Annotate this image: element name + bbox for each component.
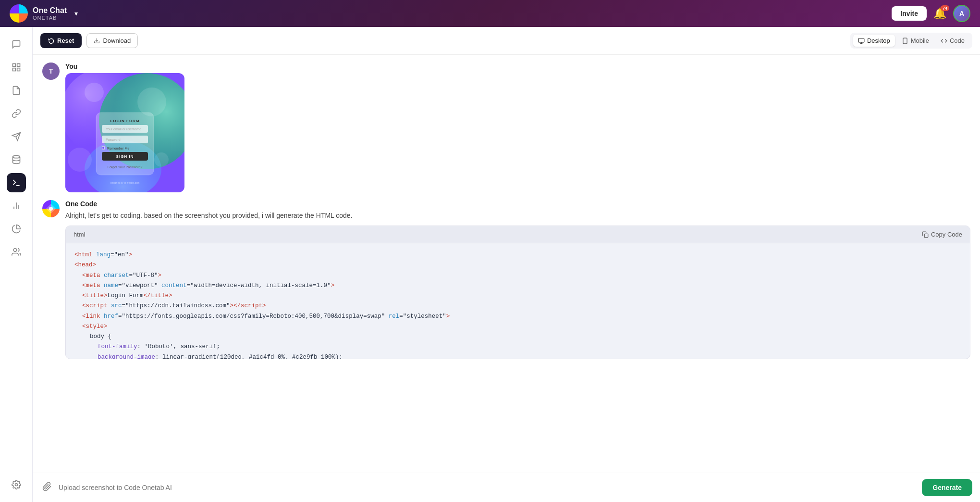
view-toggle: Desktop Mobile Code bbox=[850, 33, 972, 49]
svg-point-21 bbox=[85, 83, 104, 102]
sidebar-item-settings[interactable] bbox=[7, 475, 26, 494]
svg-text:designed by @ freepik.com: designed by @ freepik.com bbox=[110, 181, 140, 184]
view-desktop-button[interactable]: Desktop bbox=[853, 35, 895, 47]
view-toggle-group: Desktop Mobile Code bbox=[850, 33, 972, 49]
svg-rect-0 bbox=[12, 64, 15, 67]
ai-message-avatar bbox=[42, 200, 60, 217]
notif-badge: 74 bbox=[941, 5, 949, 11]
generate-button[interactable]: Generate bbox=[922, 479, 972, 496]
view-code-button[interactable]: Code bbox=[936, 35, 969, 47]
attach-button[interactable] bbox=[40, 480, 54, 496]
sidebar-item-terminal[interactable] bbox=[7, 173, 26, 192]
invite-button[interactable]: Invite bbox=[892, 6, 927, 21]
svg-text:Your email or username: Your email or username bbox=[106, 127, 141, 131]
sidebar-item-database[interactable] bbox=[7, 150, 26, 169]
download-button[interactable]: Download bbox=[86, 33, 138, 48]
code-header: html Copy Code bbox=[66, 226, 970, 243]
app-sub: ONETAB bbox=[33, 15, 67, 21]
user-message-name: You bbox=[65, 63, 184, 70]
code-body: <html lang="en"> <head> <meta charset="U… bbox=[66, 243, 970, 359]
svg-rect-40 bbox=[924, 234, 928, 238]
copy-code-button[interactable]: Copy Code bbox=[922, 231, 962, 238]
svg-rect-1 bbox=[17, 64, 20, 67]
login-form-preview: LOGIN FORM Your email or username Passwo… bbox=[65, 73, 184, 192]
svg-rect-3 bbox=[17, 68, 20, 71]
svg-point-22 bbox=[137, 88, 166, 116]
code-lang-label: html bbox=[74, 231, 86, 238]
logo-icon bbox=[10, 4, 28, 23]
svg-text:Password: Password bbox=[106, 138, 121, 141]
header-right: Invite 🔔 74 A bbox=[892, 5, 970, 22]
user-message: T You bbox=[42, 63, 970, 192]
ai-message-content: One Code Alright, let's get to coding. b… bbox=[65, 200, 970, 359]
user-message-avatar: T bbox=[42, 63, 60, 80]
svg-point-39 bbox=[49, 207, 53, 211]
sidebar-item-users[interactable] bbox=[7, 242, 26, 262]
copy-label: Copy Code bbox=[931, 231, 962, 238]
view-mobile-button[interactable]: Mobile bbox=[897, 35, 934, 47]
svg-text:LOGIN FORM: LOGIN FORM bbox=[110, 119, 139, 123]
notifications-button[interactable]: 🔔 74 bbox=[933, 7, 946, 20]
app-header: One Chat ONETAB ▾ Invite 🔔 74 A bbox=[0, 0, 980, 27]
sidebar-item-chart[interactable] bbox=[7, 196, 26, 215]
svg-point-23 bbox=[154, 152, 169, 167]
svg-point-24 bbox=[68, 148, 92, 172]
svg-point-4 bbox=[12, 156, 20, 158]
sidebar-item-chat[interactable] bbox=[7, 35, 26, 54]
chat-input[interactable] bbox=[59, 484, 917, 491]
svg-rect-12 bbox=[858, 38, 864, 42]
svg-point-32 bbox=[102, 147, 104, 149]
svg-point-9 bbox=[13, 249, 17, 252]
code-block: html Copy Code <html lang="en"> <head> <… bbox=[65, 226, 970, 359]
header-chevron-icon[interactable]: ▾ bbox=[74, 10, 78, 17]
sidebar-item-pie[interactable] bbox=[7, 219, 26, 238]
main-layout: Reset Download Desktop Mobile bbox=[0, 27, 980, 502]
ai-message-text: Alright, let's get to coding. based on t… bbox=[65, 211, 970, 221]
svg-text:SIGN IN: SIGN IN bbox=[116, 154, 134, 159]
svg-rect-2 bbox=[12, 68, 15, 71]
toolbar: Reset Download Desktop Mobile bbox=[33, 27, 980, 55]
sidebar-item-file[interactable] bbox=[7, 81, 26, 100]
sidebar-item-rocket[interactable] bbox=[7, 127, 26, 146]
app-name-group: One Chat ONETAB bbox=[33, 6, 67, 21]
svg-text:Forgot Your Password?: Forgot Your Password? bbox=[108, 165, 143, 169]
sidebar-item-layout[interactable] bbox=[7, 58, 26, 77]
reset-button[interactable]: Reset bbox=[40, 33, 82, 48]
ai-message-name: One Code bbox=[65, 200, 970, 208]
user-avatar[interactable]: A bbox=[953, 5, 970, 22]
svg-point-10 bbox=[15, 484, 17, 486]
sidebar bbox=[0, 27, 33, 502]
chat-input-area: Generate bbox=[33, 473, 980, 502]
app-logo[interactable]: One Chat ONETAB ▾ bbox=[10, 4, 78, 23]
chat-area: T You bbox=[33, 55, 980, 473]
content-area: Reset Download Desktop Mobile bbox=[33, 27, 980, 502]
svg-text:Remember Me: Remember Me bbox=[107, 147, 129, 150]
user-message-content: You bbox=[65, 63, 184, 192]
svg-rect-15 bbox=[903, 38, 907, 44]
sidebar-item-tools[interactable] bbox=[7, 104, 26, 123]
ai-message: One Code Alright, let's get to coding. b… bbox=[42, 200, 970, 359]
app-name: One Chat bbox=[33, 6, 67, 15]
